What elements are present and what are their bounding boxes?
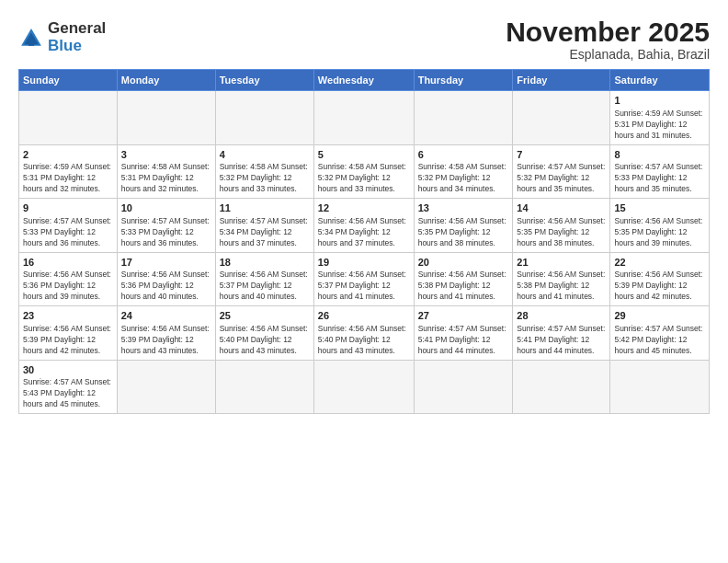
table-row: 19Sunrise: 4:56 AM Sunset: 5:37 PM Dayli… xyxy=(313,252,414,306)
day-info: Sunrise: 4:56 AM Sunset: 5:38 PM Dayligh… xyxy=(418,270,509,303)
table-row: 21Sunrise: 4:56 AM Sunset: 5:38 PM Dayli… xyxy=(513,252,610,306)
table-row xyxy=(513,91,610,145)
table-row: 17Sunrise: 4:56 AM Sunset: 5:36 PM Dayli… xyxy=(117,252,215,306)
table-row: 20Sunrise: 4:56 AM Sunset: 5:38 PM Dayli… xyxy=(414,252,513,306)
day-info: Sunrise: 4:56 AM Sunset: 5:36 PM Dayligh… xyxy=(23,270,113,303)
day-info: Sunrise: 4:56 AM Sunset: 5:35 PM Dayligh… xyxy=(517,216,606,249)
table-row: 11Sunrise: 4:57 AM Sunset: 5:34 PM Dayli… xyxy=(215,199,313,253)
day-number: 20 xyxy=(418,256,509,270)
calendar-header-row: Sunday Monday Tuesday Wednesday Thursday… xyxy=(19,70,710,91)
day-info: Sunrise: 4:57 AM Sunset: 5:41 PM Dayligh… xyxy=(517,324,606,357)
day-number: 14 xyxy=(517,201,606,215)
table-row: 24Sunrise: 4:56 AM Sunset: 5:39 PM Dayli… xyxy=(117,306,215,361)
day-number: 13 xyxy=(418,201,509,215)
table-row xyxy=(215,91,313,145)
day-info: Sunrise: 4:56 AM Sunset: 5:39 PM Dayligh… xyxy=(121,324,211,357)
header: General Blue November 2025 Esplanada, Ba… xyxy=(18,17,710,62)
day-info: Sunrise: 4:56 AM Sunset: 5:36 PM Dayligh… xyxy=(121,270,211,303)
table-row xyxy=(313,360,414,414)
day-info: Sunrise: 4:57 AM Sunset: 5:43 PM Dayligh… xyxy=(23,377,113,410)
day-info: Sunrise: 4:58 AM Sunset: 5:32 PM Dayligh… xyxy=(318,162,410,195)
table-row xyxy=(414,91,513,145)
header-wednesday: Wednesday xyxy=(313,70,414,91)
day-info: Sunrise: 4:59 AM Sunset: 5:31 PM Dayligh… xyxy=(614,109,705,142)
day-number: 23 xyxy=(23,309,113,323)
day-number: 2 xyxy=(23,148,113,162)
header-monday: Monday xyxy=(117,70,215,91)
day-number: 30 xyxy=(23,363,113,377)
day-number: 19 xyxy=(318,256,410,270)
day-info: Sunrise: 4:56 AM Sunset: 5:40 PM Dayligh… xyxy=(318,324,410,357)
day-number: 29 xyxy=(614,309,705,323)
table-row xyxy=(610,360,710,414)
table-row: 4Sunrise: 4:58 AM Sunset: 5:32 PM Daylig… xyxy=(215,144,313,199)
day-number: 6 xyxy=(418,148,509,162)
table-row: 26Sunrise: 4:56 AM Sunset: 5:40 PM Dayli… xyxy=(313,306,414,361)
header-friday: Friday xyxy=(513,70,610,91)
table-row: 15Sunrise: 4:56 AM Sunset: 5:35 PM Dayli… xyxy=(610,199,710,253)
logo-text: General Blue xyxy=(48,20,106,54)
calendar-table: Sunday Monday Tuesday Wednesday Thursday… xyxy=(18,69,710,414)
day-number: 3 xyxy=(121,148,211,162)
day-number: 28 xyxy=(517,309,606,323)
day-number: 8 xyxy=(614,148,705,162)
table-row: 3Sunrise: 4:58 AM Sunset: 5:31 PM Daylig… xyxy=(117,144,215,199)
day-info: Sunrise: 4:57 AM Sunset: 5:33 PM Dayligh… xyxy=(121,216,211,249)
day-number: 15 xyxy=(614,201,705,215)
day-number: 4 xyxy=(220,148,310,162)
table-row: 12Sunrise: 4:56 AM Sunset: 5:34 PM Dayli… xyxy=(313,199,414,253)
calendar-week-row: 30Sunrise: 4:57 AM Sunset: 5:43 PM Dayli… xyxy=(19,360,710,414)
table-row xyxy=(117,91,215,145)
day-info: Sunrise: 4:57 AM Sunset: 5:32 PM Dayligh… xyxy=(517,162,606,195)
day-info: Sunrise: 4:56 AM Sunset: 5:35 PM Dayligh… xyxy=(614,216,705,249)
location-subtitle: Esplanada, Bahia, Brazil xyxy=(506,47,710,62)
day-number: 11 xyxy=(220,201,310,215)
day-number: 21 xyxy=(517,256,606,270)
table-row: 23Sunrise: 4:56 AM Sunset: 5:39 PM Dayli… xyxy=(19,306,118,361)
table-row: 7Sunrise: 4:57 AM Sunset: 5:32 PM Daylig… xyxy=(513,144,610,199)
table-row: 2Sunrise: 4:59 AM Sunset: 5:31 PM Daylig… xyxy=(19,144,118,199)
day-number: 17 xyxy=(121,256,211,270)
day-info: Sunrise: 4:58 AM Sunset: 5:31 PM Dayligh… xyxy=(121,162,211,195)
day-info: Sunrise: 4:56 AM Sunset: 5:39 PM Dayligh… xyxy=(614,270,705,303)
table-row: 6Sunrise: 4:58 AM Sunset: 5:32 PM Daylig… xyxy=(414,144,513,199)
day-number: 25 xyxy=(220,309,310,323)
day-info: Sunrise: 4:58 AM Sunset: 5:32 PM Dayligh… xyxy=(220,162,310,195)
day-number: 26 xyxy=(318,309,410,323)
header-sunday: Sunday xyxy=(19,70,118,91)
calendar-week-row: 2Sunrise: 4:59 AM Sunset: 5:31 PM Daylig… xyxy=(19,144,710,199)
day-number: 7 xyxy=(517,148,606,162)
day-number: 22 xyxy=(614,256,705,270)
table-row: 18Sunrise: 4:56 AM Sunset: 5:37 PM Dayli… xyxy=(215,252,313,306)
table-row: 14Sunrise: 4:56 AM Sunset: 5:35 PM Dayli… xyxy=(513,199,610,253)
table-row: 22Sunrise: 4:56 AM Sunset: 5:39 PM Dayli… xyxy=(610,252,710,306)
day-info: Sunrise: 4:56 AM Sunset: 5:38 PM Dayligh… xyxy=(517,270,606,303)
day-info: Sunrise: 4:59 AM Sunset: 5:31 PM Dayligh… xyxy=(23,162,113,195)
day-number: 1 xyxy=(614,94,705,108)
title-block: November 2025 Esplanada, Bahia, Brazil xyxy=(506,17,710,62)
day-number: 9 xyxy=(23,201,113,215)
table-row: 13Sunrise: 4:56 AM Sunset: 5:35 PM Dayli… xyxy=(414,199,513,253)
table-row: 28Sunrise: 4:57 AM Sunset: 5:41 PM Dayli… xyxy=(513,306,610,361)
month-title: November 2025 xyxy=(506,17,710,47)
day-info: Sunrise: 4:57 AM Sunset: 5:34 PM Dayligh… xyxy=(220,216,310,249)
table-row xyxy=(513,360,610,414)
logo: General Blue xyxy=(18,20,106,54)
svg-rect-2 xyxy=(28,37,34,45)
table-row xyxy=(19,91,118,145)
header-tuesday: Tuesday xyxy=(215,70,313,91)
day-info: Sunrise: 4:57 AM Sunset: 5:33 PM Dayligh… xyxy=(614,162,705,195)
day-info: Sunrise: 4:56 AM Sunset: 5:39 PM Dayligh… xyxy=(23,324,113,357)
table-row: 16Sunrise: 4:56 AM Sunset: 5:36 PM Dayli… xyxy=(19,252,118,306)
day-info: Sunrise: 4:58 AM Sunset: 5:32 PM Dayligh… xyxy=(418,162,509,195)
day-number: 10 xyxy=(121,201,211,215)
table-row: 30Sunrise: 4:57 AM Sunset: 5:43 PM Dayli… xyxy=(19,360,118,414)
day-info: Sunrise: 4:56 AM Sunset: 5:37 PM Dayligh… xyxy=(220,270,310,303)
day-info: Sunrise: 4:56 AM Sunset: 5:35 PM Dayligh… xyxy=(418,216,509,249)
table-row: 5Sunrise: 4:58 AM Sunset: 5:32 PM Daylig… xyxy=(313,144,414,199)
day-info: Sunrise: 4:56 AM Sunset: 5:40 PM Dayligh… xyxy=(220,324,310,357)
calendar-week-row: 23Sunrise: 4:56 AM Sunset: 5:39 PM Dayli… xyxy=(19,306,710,361)
header-thursday: Thursday xyxy=(414,70,513,91)
calendar-week-row: 16Sunrise: 4:56 AM Sunset: 5:36 PM Dayli… xyxy=(19,252,710,306)
day-number: 5 xyxy=(318,148,410,162)
